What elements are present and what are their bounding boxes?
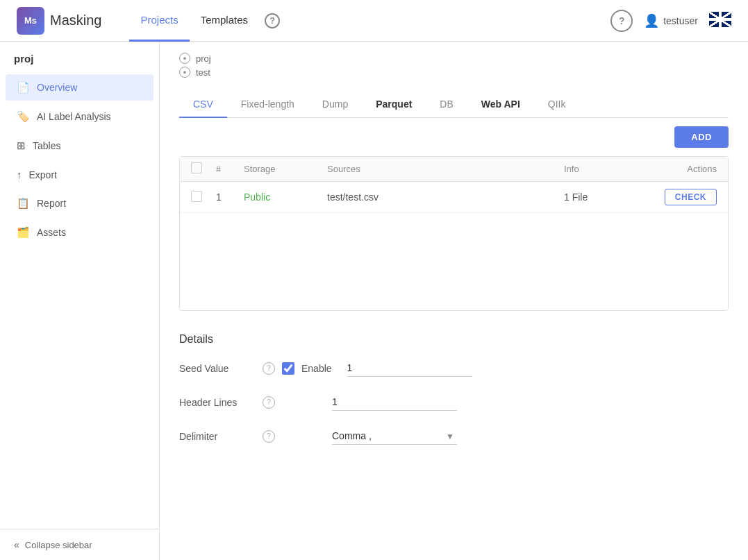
- tab-web-api[interactable]: Web API: [467, 92, 534, 118]
- sidebar-item-label: AI Label Analysis: [37, 111, 111, 122]
- details-section: Details Seed Value ? Enable Header Lines…: [179, 333, 729, 445]
- tab-qiik[interactable]: QIIk: [534, 92, 580, 118]
- delimiter-row: Delimiter ? Comma , Tab Pipe | Semicolon…: [179, 427, 729, 445]
- header-lines-input[interactable]: [332, 393, 457, 411]
- col-storage-header: Storage: [244, 164, 327, 174]
- tab-csv[interactable]: CSV: [179, 92, 227, 118]
- header-lines-row: Header Lines ?: [179, 393, 729, 411]
- sidebar-item-overview[interactable]: 📄 Overview: [6, 74, 153, 101]
- table-row: 1 Public test/test.csv 1 File CHECK: [180, 182, 728, 213]
- report-icon: 📋: [17, 197, 30, 210]
- sidebar-item-label: Export: [29, 169, 57, 180]
- nav-projects[interactable]: Projects: [129, 0, 189, 42]
- row-storage: Public: [244, 192, 327, 203]
- header-help-icon[interactable]: ?: [263, 396, 275, 409]
- content-area: ● proj ● test CSV Fixed-length Dump Parq…: [160, 42, 748, 560]
- sidebar-project-name: proj: [0, 42, 159, 73]
- seed-value-label: Seed Value: [179, 363, 256, 374]
- user-section: 👤 testuser: [644, 13, 698, 28]
- logo: Ms Masking: [17, 7, 101, 35]
- table-empty-space: [180, 213, 728, 310]
- col-check-header: [191, 162, 216, 176]
- col-num-header: #: [216, 164, 244, 174]
- check-button[interactable]: CHECK: [665, 189, 717, 205]
- seed-input[interactable]: [347, 359, 472, 377]
- add-button-row: ADD: [179, 126, 729, 148]
- add-button[interactable]: ADD: [674, 126, 729, 148]
- delimiter-help-icon[interactable]: ?: [263, 430, 275, 443]
- sidebar-item-label: Report: [37, 198, 66, 209]
- main-layout: proj 📄 Overview 🏷️ AI Label Analysis ⊞ T…: [0, 42, 748, 560]
- header-lines-label: Header Lines: [179, 397, 256, 408]
- logo-icon: Ms: [17, 7, 44, 35]
- breadcrumb-icon-1: ●: [179, 53, 190, 64]
- sidebar-item-label: Overview: [37, 82, 77, 93]
- breadcrumb-proj-label: proj: [196, 53, 211, 64]
- col-actions-header: Actions: [633, 164, 717, 174]
- username: testuser: [663, 15, 698, 26]
- tab-db[interactable]: DB: [426, 92, 467, 118]
- row-sources: test/test.csv: [327, 192, 564, 203]
- header-help-icon[interactable]: ?: [610, 10, 633, 32]
- collapse-label: Collapse sidebar: [25, 540, 92, 550]
- sidebar-item-assets[interactable]: 🗂️ Assets: [6, 219, 153, 246]
- select-all-checkbox[interactable]: [191, 162, 202, 173]
- breadcrumb-test: ● test: [179, 67, 729, 78]
- delimiter-select[interactable]: Comma , Tab Pipe | Semicolon ; Custom: [332, 427, 457, 445]
- seed-value-row: Seed Value ? Enable: [179, 359, 729, 377]
- row-actions: CHECK: [633, 189, 717, 205]
- tab-bar: CSV Fixed-length Dump Parquet DB Web API…: [179, 92, 729, 118]
- collapse-sidebar[interactable]: « Collapse sidebar: [0, 529, 159, 560]
- sources-table: # Storage Sources Info Actions 1 Public …: [179, 156, 729, 311]
- sidebar-item-label: Tables: [33, 140, 60, 151]
- breadcrumb: ● proj ● test: [179, 53, 729, 78]
- delimiter-select-wrap: Comma , Tab Pipe | Semicolon ; Custom ▼: [332, 427, 457, 445]
- breadcrumb-proj: ● proj: [179, 53, 729, 64]
- sidebar-item-report[interactable]: 📋 Report: [6, 190, 153, 217]
- col-sources-header: Sources: [327, 164, 564, 174]
- row-info: 1 File: [564, 192, 633, 203]
- seed-help-icon[interactable]: ?: [263, 362, 275, 375]
- assets-icon: 🗂️: [17, 226, 30, 239]
- breadcrumb-icon-2: ●: [179, 67, 190, 78]
- user-icon: 👤: [644, 13, 659, 28]
- enable-checkbox[interactable]: [282, 362, 294, 375]
- row-num: 1: [216, 192, 244, 203]
- table-header: # Storage Sources Info Actions: [180, 157, 728, 182]
- tab-parquet[interactable]: Parquet: [362, 92, 426, 118]
- enable-label: Enable: [301, 363, 332, 374]
- tab-dump[interactable]: Dump: [308, 92, 362, 118]
- row-checkbox-cell: [191, 191, 216, 204]
- header-right: ? 👤 testuser: [610, 10, 731, 32]
- sidebar-item-tables[interactable]: ⊞ Tables: [6, 133, 153, 159]
- overview-icon: 📄: [17, 81, 30, 94]
- main-nav: Projects Templates ?: [129, 0, 285, 42]
- delimiter-label: Delimiter: [179, 431, 256, 442]
- sidebar-item-export[interactable]: ↑ Export: [6, 162, 153, 187]
- header: Ms Masking Projects Templates ? ? 👤 test…: [0, 0, 748, 42]
- col-info-header: Info: [564, 164, 633, 174]
- ai-label-icon: 🏷️: [17, 110, 30, 123]
- sidebar: proj 📄 Overview 🏷️ AI Label Analysis ⊞ T…: [0, 42, 160, 560]
- sidebar-item-label: Assets: [37, 227, 66, 238]
- details-title: Details: [179, 333, 729, 346]
- sidebar-item-ai-label[interactable]: 🏷️ AI Label Analysis: [6, 103, 153, 130]
- tab-fixed-length[interactable]: Fixed-length: [227, 92, 308, 118]
- language-flag[interactable]: [709, 12, 731, 29]
- row-checkbox[interactable]: [191, 191, 202, 202]
- export-icon: ↑: [17, 169, 22, 180]
- tables-icon: ⊞: [17, 139, 26, 152]
- breadcrumb-test-label: test: [196, 67, 210, 78]
- nav-templates[interactable]: Templates: [190, 0, 259, 42]
- collapse-icon: «: [14, 539, 19, 550]
- nav-help-icon[interactable]: ?: [259, 0, 285, 42]
- app-name: Masking: [50, 12, 101, 28]
